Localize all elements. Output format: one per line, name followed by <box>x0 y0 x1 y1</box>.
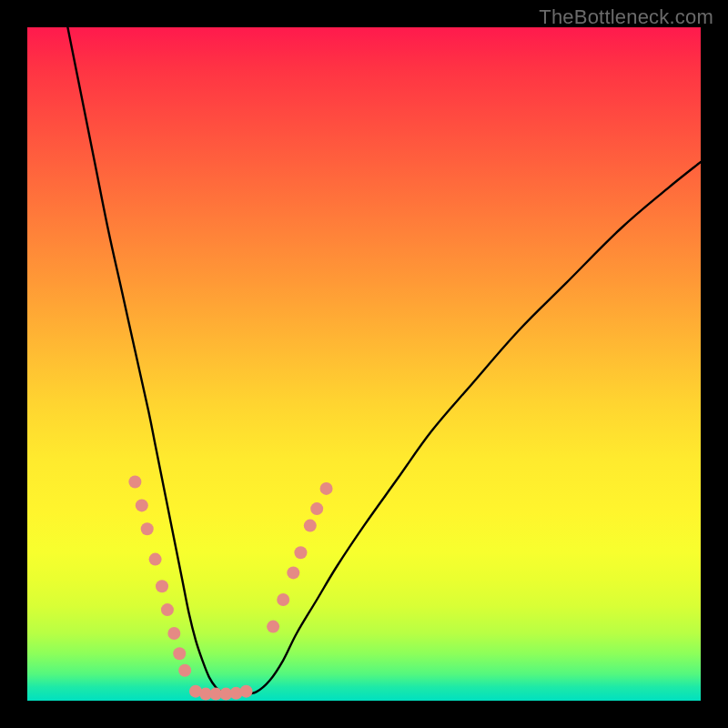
data-point <box>240 685 253 698</box>
data-markers <box>128 476 332 701</box>
data-point <box>294 546 307 559</box>
data-point <box>156 580 168 592</box>
data-point <box>277 593 289 606</box>
data-point <box>173 647 186 660</box>
data-point <box>167 627 180 640</box>
chart-svg <box>27 27 701 701</box>
data-point <box>149 553 162 566</box>
data-point <box>136 499 148 511</box>
data-point <box>267 621 279 633</box>
data-point <box>141 522 154 535</box>
plot-area <box>27 27 701 701</box>
data-point <box>128 476 141 489</box>
data-point <box>310 502 323 515</box>
data-point <box>304 520 317 532</box>
data-point <box>161 603 174 616</box>
outer-frame: TheBottleneck.com <box>0 0 728 728</box>
data-point <box>320 482 333 495</box>
bottleneck-curve <box>67 27 701 694</box>
data-point <box>287 566 299 579</box>
data-point <box>178 664 191 677</box>
watermark-text: TheBottleneck.com <box>539 5 713 29</box>
